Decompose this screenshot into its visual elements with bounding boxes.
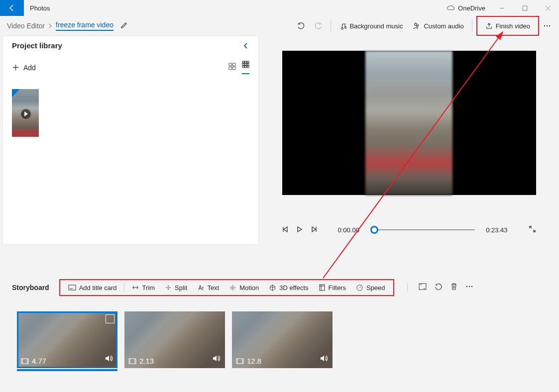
trash-icon [450, 283, 457, 291]
storyboard-label: Storyboard [12, 284, 59, 292]
svg-rect-9 [233, 67, 236, 70]
step-back-icon [282, 226, 289, 233]
aspect-button[interactable] [419, 283, 427, 292]
plus-icon [12, 64, 19, 71]
storyboard-toolbar: Storyboard Add title card Trim Split Tex… [0, 278, 559, 297]
chevron-right-icon [48, 23, 53, 28]
split-label: Split [175, 284, 187, 292]
split-button[interactable]: Split [160, 280, 192, 295]
delete-button[interactable] [450, 283, 457, 293]
svg-rect-1 [523, 6, 527, 10]
motion-icon [229, 284, 236, 292]
svg-rect-14 [245, 64, 247, 66]
svg-point-5 [549, 25, 550, 26]
step-back-button[interactable] [282, 226, 289, 234]
svg-point-4 [547, 25, 548, 26]
filters-button[interactable]: Filters [314, 280, 351, 295]
cube-icon [269, 284, 276, 292]
filters-label: Filters [329, 284, 346, 292]
trim-icon [131, 285, 139, 291]
film-icon [128, 358, 136, 364]
svg-rect-15 [247, 64, 249, 66]
custom-audio-label: Custom audio [424, 22, 463, 30]
seek-bar[interactable] [370, 229, 475, 230]
text-icon [197, 285, 204, 291]
storyboard-clip[interactable]: 2.13 [124, 311, 225, 368]
svg-point-27 [471, 286, 472, 287]
sound-icon [320, 355, 329, 364]
breadcrumb-root[interactable]: Video Editor [4, 22, 48, 30]
video-preview[interactable] [282, 51, 536, 195]
custom-audio-button[interactable]: Custom audio [408, 18, 468, 34]
finish-video-button[interactable]: Finish video [480, 18, 535, 34]
minimize-button[interactable] [490, 5, 513, 11]
speed-icon [356, 284, 363, 292]
play-icon [296, 226, 303, 233]
svg-point-26 [468, 286, 469, 287]
svg-rect-19 [69, 285, 76, 290]
more-icon [543, 22, 551, 30]
collapse-library-button[interactable] [242, 42, 249, 49]
3d-effects-button[interactable]: 3D effects [264, 280, 313, 295]
trim-button[interactable]: Trim [126, 280, 160, 295]
finish-video-label: Finish video [496, 22, 530, 30]
library-clip[interactable] [12, 89, 39, 137]
rotate-button[interactable] [435, 283, 443, 293]
top-toolbar: Video Editor freeze frame video Backgrou… [0, 16, 559, 36]
close-button[interactable] [536, 5, 559, 11]
svg-point-21 [232, 287, 234, 289]
motion-label: Motion [239, 284, 259, 292]
background-music-button[interactable]: Background music [334, 18, 408, 34]
current-time: 0:00.00 [338, 226, 359, 234]
step-fwd-button[interactable] [310, 226, 317, 234]
svg-point-2 [415, 23, 417, 26]
svg-rect-22 [320, 285, 325, 291]
more-icon [465, 283, 473, 291]
separator [331, 20, 331, 31]
onedrive-button[interactable]: OneDrive [441, 4, 490, 12]
clip-duration: 4.77 [21, 357, 46, 365]
svg-rect-10 [242, 61, 244, 63]
svg-rect-12 [247, 61, 249, 63]
svg-rect-18 [247, 66, 249, 68]
sound-icon [105, 355, 113, 364]
fullscreen-button[interactable] [529, 225, 536, 234]
split-icon [165, 285, 172, 291]
redo-button[interactable] [310, 18, 328, 34]
speed-button[interactable]: Speed [351, 280, 390, 295]
view-large-button[interactable] [228, 63, 236, 72]
fullscreen-icon [529, 225, 536, 233]
svg-rect-8 [229, 67, 232, 70]
text-button[interactable]: Text [192, 280, 224, 295]
export-icon [485, 22, 493, 30]
maximize-button[interactable] [513, 5, 536, 11]
3d-effects-label: 3D effects [279, 284, 308, 292]
title-bar: Photos OneDrive [0, 0, 559, 16]
separator [407, 283, 408, 292]
storyboard-clip[interactable]: 12.8 [232, 311, 333, 368]
storyboard-more-button[interactable] [465, 283, 473, 293]
svg-rect-7 [233, 63, 236, 66]
seek-knob[interactable] [370, 226, 378, 234]
more-button[interactable] [539, 18, 555, 34]
storyboard-clip[interactable]: 4.77 [17, 311, 117, 368]
play-button[interactable] [296, 226, 303, 234]
speed-label: Speed [366, 284, 385, 292]
svg-rect-6 [229, 63, 232, 66]
project-name[interactable]: freeze frame video [56, 21, 113, 31]
filters-icon [319, 284, 326, 291]
back-button[interactable] [0, 0, 24, 16]
finish-video-highlight: Finish video [476, 16, 539, 36]
add-media-button[interactable]: Add [12, 64, 36, 72]
background-music-label: Background music [349, 22, 403, 30]
onedrive-label: OneDrive [458, 4, 485, 12]
add-title-card-button[interactable]: Add title card [63, 280, 122, 295]
svg-point-25 [466, 286, 467, 287]
motion-button[interactable]: Motion [224, 280, 264, 295]
undo-button[interactable] [292, 18, 310, 34]
edit-name-button[interactable] [116, 21, 132, 31]
svg-rect-11 [245, 61, 247, 63]
view-small-button[interactable] [242, 61, 249, 74]
rotate-icon [435, 283, 443, 291]
grid3-icon [242, 61, 249, 68]
